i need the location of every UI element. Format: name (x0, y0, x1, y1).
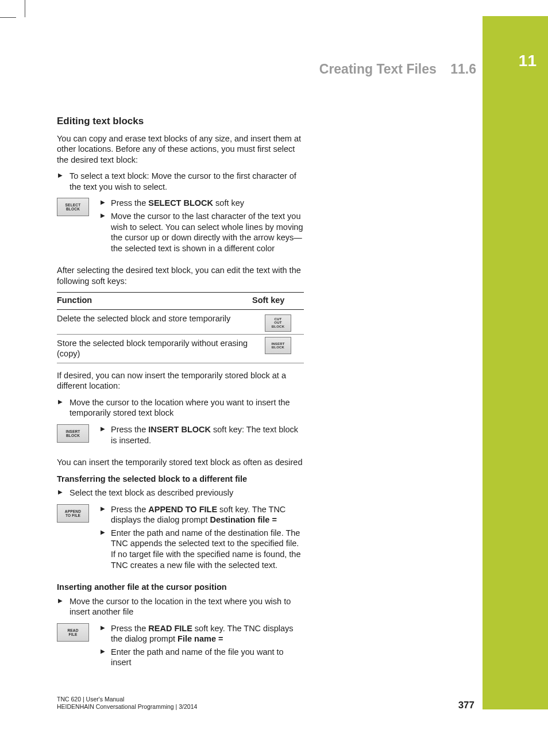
paragraph: You can insert the temporarily stored te… (57, 457, 304, 468)
list-item: Enter the path and name of the destinati… (99, 528, 304, 570)
crop-mark-horizontal (0, 17, 16, 18)
page: 11 Creating Text Files 11.6 Editing text… (0, 0, 548, 756)
list-item: Enter the path and name of the file you … (99, 647, 304, 668)
softkey-append-to-file: APPENDTO FILE (57, 504, 89, 523)
table-cell-key: CUTOUTBLOCK (252, 309, 304, 334)
footer-line1: TNC 620 | User's Manual (57, 696, 197, 704)
list-item: Press the APPEND TO FILE soft key. The T… (99, 504, 304, 525)
paragraph: If desired, you can now insert the tempo… (57, 370, 304, 392)
table-cell-key: INSERTBLOCK (252, 334, 304, 363)
list-item: Move the cursor to the location where yo… (57, 397, 304, 419)
softkey-insert-block: INSERTBLOCK (57, 424, 89, 443)
subheading: Transferring the selected block to a dif… (57, 474, 304, 485)
softkey-description: Press the INSERT BLOCK soft key: The tex… (99, 424, 304, 451)
crop-mark-vertical (25, 0, 25, 17)
softkey-cut-out-block: CUTOUTBLOCK (265, 314, 291, 332)
running-head-title: Creating Text Files (319, 62, 437, 76)
intro-paragraph: You can copy and erase text blocks of an… (57, 133, 304, 166)
content-column: Editing text blocks You can copy and era… (57, 115, 304, 680)
subheading: Inserting another file at the cursor pos… (57, 582, 304, 593)
table-header-function: Function (57, 293, 252, 310)
list-item: Press the READ FILE soft key. The TNC di… (99, 623, 304, 644)
page-number: 377 (458, 700, 474, 711)
list-item: Move the cursor to the last character of… (99, 211, 304, 254)
chapter-number: 11 (519, 52, 537, 70)
list-item: Press the SELECT BLOCK soft key (99, 198, 304, 209)
section-heading: Editing text blocks (57, 115, 304, 128)
table-cell: Delete the selected block and store temp… (57, 309, 252, 334)
softkey-row: INSERTBLOCK Press the INSERT BLOCK soft … (57, 424, 304, 451)
table-row: Delete the selected block and store temp… (57, 309, 304, 334)
list-item: Press the INSERT BLOCK soft key: The tex… (99, 424, 304, 446)
step-list: Move the cursor to the location where yo… (57, 397, 304, 419)
paragraph: After selecting the desired text block, … (57, 265, 304, 286)
list-item: Select the text block as described previ… (57, 488, 304, 498)
function-table: Function Soft key Delete the selected bl… (57, 292, 304, 363)
chapter-tab: 11 (483, 16, 548, 709)
softkey-description: Press the READ FILE soft key. The TNC di… (99, 623, 304, 674)
running-head-section: 11.6 (450, 62, 476, 76)
step-list: Select the text block as described previ… (57, 488, 304, 498)
softkey-row: READFILE Press the READ FILE soft key. T… (57, 623, 304, 674)
step-list: To select a text block: Move the cursor … (57, 171, 304, 192)
footer-line2: HEIDENHAIN Conversational Programming | … (57, 703, 197, 711)
softkey-select-block: SELECTBLOCK (57, 198, 89, 216)
softkey-insert-block: INSERTBLOCK (265, 337, 291, 354)
footer-left: TNC 620 | User's Manual HEIDENHAIN Conve… (57, 696, 197, 711)
step-list: Move the cursor to the location in the t… (57, 596, 304, 617)
table-cell: Store the selected block temporarily wit… (57, 334, 252, 363)
softkey-description: Press the SELECT BLOCK soft key Move the… (99, 198, 304, 259)
running-head: Creating Text Files 11.6 (319, 62, 476, 77)
table-header-softkey: Soft key (252, 293, 304, 310)
softkey-read-file: READFILE (57, 623, 89, 642)
list-item: To select a text block: Move the cursor … (57, 171, 304, 192)
softkey-row: APPENDTO FILE Press the APPEND TO FILE s… (57, 504, 304, 576)
softkey-row: SELECTBLOCK Press the SELECT BLOCK soft … (57, 198, 304, 259)
softkey-description: Press the APPEND TO FILE soft key. The T… (99, 504, 304, 576)
list-item: Move the cursor to the location in the t… (57, 596, 304, 617)
table-row: Store the selected block temporarily wit… (57, 334, 304, 363)
